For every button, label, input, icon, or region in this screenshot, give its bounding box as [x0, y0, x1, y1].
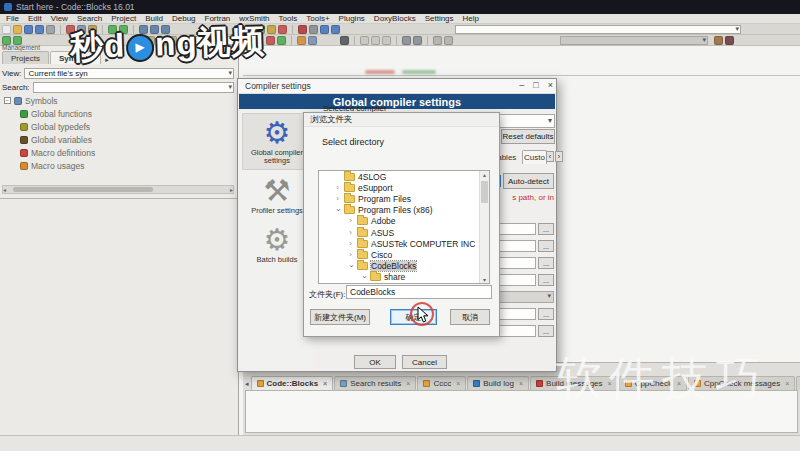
tree-expander-icon[interactable]: − — [4, 97, 11, 104]
settings-nav-batch-builds[interactable]: ⚙Batch builds — [242, 221, 312, 268]
chevron-collapsed-icon[interactable]: › — [347, 240, 354, 248]
new-file-icon[interactable] — [2, 25, 11, 34]
sidebar-tab-projects[interactable]: Projects — [2, 51, 49, 64]
run-to-cursor-icon[interactable] — [309, 25, 318, 34]
dialog-titlebar[interactable]: 浏览文件夹 — [304, 113, 499, 127]
directory-row-share[interactable]: ›share — [319, 272, 489, 283]
directory-row-asus[interactable]: ›ASUS — [319, 227, 489, 238]
scrollbar-thumb[interactable] — [481, 181, 488, 203]
symbols-tree-item[interactable]: Global typedefs — [4, 120, 232, 133]
scroll-left-icon[interactable]: ◂ — [3, 186, 6, 193]
tab-custom-variables[interactable]: Custo — [522, 150, 547, 164]
rebuild-icon[interactable] — [267, 25, 276, 34]
browse-path-button[interactable]: ... — [538, 274, 554, 286]
auto-detect-button[interactable]: Auto-detect — [503, 173, 554, 189]
directory-row-program-files-x86[interactable]: ›Program Files (x86) — [319, 205, 489, 216]
record-icon[interactable] — [360, 36, 369, 45]
directory-row-program-files[interactable]: ›Program Files — [319, 193, 489, 204]
incremental-search-back-icon[interactable] — [266, 36, 275, 45]
zoom-in-icon[interactable] — [402, 36, 411, 45]
log-tab-search-results[interactable]: Search results× — [334, 376, 416, 390]
menu-plugins[interactable]: Plugins — [339, 14, 365, 23]
ok-button[interactable]: OK — [354, 355, 396, 369]
save-icon[interactable] — [24, 25, 33, 34]
directory-row-asustek-computer-inc[interactable]: ›ASUSTek COMPUTER INC — [319, 238, 489, 249]
close-tab-icon[interactable]: × — [323, 380, 327, 387]
open-file-icon[interactable] — [13, 25, 22, 34]
build-target-combo[interactable]: ▾ — [455, 25, 741, 34]
browse-path-button[interactable]: ... — [538, 223, 554, 235]
close-icon[interactable]: × — [548, 80, 553, 90]
browse-path-button[interactable]: ... — [538, 240, 554, 252]
goto-declaration-icon[interactable] — [714, 36, 723, 45]
tab-scroll-left-icon[interactable]: ◂ — [245, 380, 249, 390]
new-folder-button[interactable]: 新建文件夹(M) — [310, 309, 370, 325]
menu-edit[interactable]: Edit — [28, 14, 42, 23]
browse-path-button[interactable]: ... — [538, 257, 554, 269]
scrollbar-thumb[interactable] — [13, 187, 153, 192]
browse-path-button[interactable]: ... — [538, 308, 554, 320]
incremental-search-forward-icon[interactable] — [277, 36, 286, 45]
chevron-collapsed-icon[interactable]: › — [334, 195, 341, 203]
menu-tools[interactable]: Tools — [279, 14, 298, 23]
menu-view[interactable]: View — [51, 14, 68, 23]
menu-search[interactable]: Search — [77, 14, 102, 23]
settings-nav-profiler-settings[interactable]: ⚒Profiler settings — [242, 172, 312, 219]
log-tab-cscope[interactable]: Cscope× — [796, 376, 800, 390]
view-combo[interactable]: Current file's syn ▾ — [24, 68, 234, 79]
chevron-collapsed-icon[interactable]: › — [334, 184, 341, 192]
chevron-collapsed-icon[interactable]: › — [347, 229, 354, 237]
debug-icon[interactable] — [298, 25, 307, 34]
scroll-down-icon[interactable]: ▾ — [480, 276, 489, 283]
directory-row-codeblocks[interactable]: ›CodeBlocks — [319, 261, 489, 272]
directory-row-adobe[interactable]: ›Adobe — [319, 216, 489, 227]
cancel-button[interactable]: Cancel — [402, 355, 447, 369]
menu-file[interactable]: File — [6, 14, 19, 23]
dialog-titlebar[interactable]: Compiler settings — [238, 79, 556, 94]
browse-path-button[interactable]: ... — [538, 325, 554, 337]
menu-help[interactable]: Help — [463, 14, 479, 23]
step-over-icon[interactable] — [320, 25, 329, 34]
step-into-icon[interactable] — [331, 25, 340, 34]
close-tab-icon[interactable]: × — [456, 380, 460, 387]
symbol-search-combo[interactable]: ▾ — [33, 82, 234, 93]
goto-implementation-icon[interactable] — [725, 36, 734, 45]
cancel-button[interactable]: 取消 — [450, 309, 490, 325]
menu-settings[interactable]: Settings — [425, 14, 454, 23]
directory-row-cisco[interactable]: ›Cisco — [319, 249, 489, 260]
code-completion-combo[interactable]: ▾ — [560, 36, 708, 45]
directory-row-esupport[interactable]: ›eSupport — [319, 182, 489, 193]
format-code-icon[interactable] — [444, 36, 453, 45]
pause-icon[interactable] — [371, 36, 380, 45]
chevron-expanded-icon[interactable]: › — [334, 207, 342, 214]
chevron-collapsed-icon[interactable]: › — [347, 217, 354, 225]
symbols-tree-item[interactable]: Global functions — [4, 107, 232, 120]
close-tab-icon[interactable]: × — [406, 380, 410, 387]
whitespace-icon[interactable] — [433, 36, 442, 45]
scroll-up-icon[interactable]: ▴ — [480, 171, 489, 178]
scroll-right-icon[interactable]: ▸ — [230, 186, 233, 193]
print-icon[interactable] — [46, 25, 55, 34]
tab-scroll-left-icon[interactable]: ‹ — [546, 151, 554, 162]
log-tab-cccc[interactable]: Cccc× — [417, 376, 466, 390]
chevron-expanded-icon[interactable]: › — [347, 263, 355, 270]
menu-tools[interactable]: Tools+ — [306, 14, 329, 23]
menu-doxyblocks[interactable]: DoxyBlocks — [374, 14, 416, 23]
tree-vertical-scrollbar[interactable]: ▴ ▾ — [479, 171, 489, 283]
settings-nav-global-compiler-settings[interactable]: ⚙Global compiler settings — [242, 113, 312, 170]
close-tab-icon[interactable]: × — [785, 380, 789, 387]
abort-build-icon[interactable] — [278, 25, 287, 34]
symbols-tree-item[interactable]: Macro definitions — [4, 146, 232, 159]
highlight-icon[interactable] — [297, 36, 306, 45]
chevron-collapsed-icon[interactable]: › — [347, 251, 354, 259]
close-tab-icon[interactable]: × — [519, 380, 523, 387]
log-tab-build-log[interactable]: Build log× — [467, 376, 529, 390]
log-tab-code-blocks[interactable]: Code::Blocks× — [251, 376, 334, 390]
minimize-icon[interactable]: – — [519, 80, 524, 90]
menu-project[interactable]: Project — [111, 14, 136, 23]
zoom-out-icon[interactable] — [413, 36, 422, 45]
selected-text-icon[interactable] — [308, 36, 317, 45]
tab-scroll-right-icon[interactable]: › — [555, 151, 563, 162]
symbols-tree-item[interactable]: Macro usages — [4, 159, 232, 172]
folder-name-input[interactable] — [346, 285, 492, 299]
